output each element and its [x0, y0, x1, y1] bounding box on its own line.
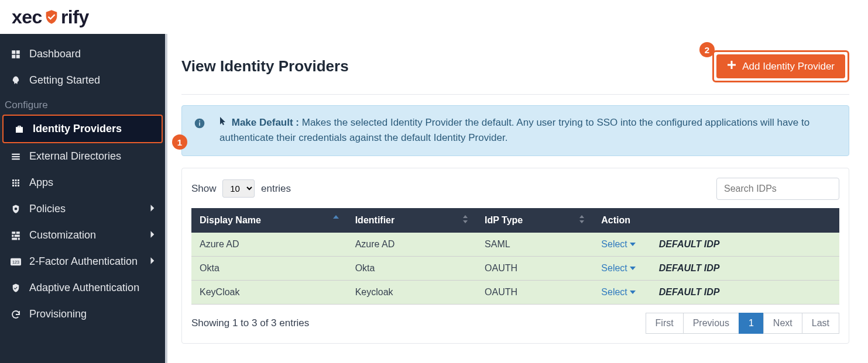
sidebar: Dashboard Getting Started Configure Iden… — [0, 34, 165, 363]
svg-rect-0 — [12, 50, 15, 54]
sidebar-item-customization[interactable]: Customization — [0, 222, 165, 248]
svg-rect-22 — [18, 237, 20, 240]
col-identifier[interactable]: Identifier — [347, 208, 476, 233]
grid-icon — [9, 178, 22, 188]
cell-identifier: Okta — [347, 256, 476, 280]
sidebar-item-provisioning[interactable]: Provisioning — [0, 301, 165, 327]
show-entries: Show 10 entries — [191, 179, 291, 198]
dashboard-icon — [9, 49, 22, 60]
svg-rect-18 — [16, 231, 20, 234]
sidebar-item-adaptive-auth[interactable]: Adaptive Authentication — [0, 275, 165, 301]
pager-prev[interactable]: Previous — [683, 313, 739, 334]
sidebar-item-label: Policies — [29, 203, 66, 215]
svg-rect-8 — [15, 179, 17, 181]
annotation-2: 2 — [699, 42, 715, 57]
col-display-name[interactable]: Display Name — [191, 208, 347, 233]
svg-rect-3 — [16, 54, 20, 58]
svg-rect-10 — [12, 182, 14, 184]
sliders-icon — [9, 230, 22, 241]
cell-idp-type: OAUTH — [476, 256, 593, 280]
svg-rect-26 — [728, 64, 736, 66]
sidebar-item-dashboard[interactable]: Dashboard — [0, 41, 165, 67]
table-row: KeyCloakKeycloakOAUTHSelect DEFAULT IDP — [191, 280, 839, 304]
show-label-pre: Show — [191, 183, 217, 194]
svg-rect-14 — [15, 185, 17, 186]
logo-text-part2: rify — [61, 6, 89, 28]
sidebar-item-label: Dashboard — [29, 48, 81, 60]
sidebar-item-label: Getting Started — [29, 74, 100, 87]
sidebar-item-external-directories[interactable]: External Directories — [0, 143, 165, 170]
cell-identifier: Azure AD — [347, 233, 476, 257]
annotation-1: 1 — [172, 134, 187, 150]
add-button-label: Add Identity Provider — [742, 61, 835, 72]
col-idp-type[interactable]: IdP Type — [476, 208, 593, 233]
list-icon — [9, 151, 22, 162]
sidebar-item-identity-providers[interactable]: Identity Providers — [2, 115, 163, 143]
sort-icon — [579, 215, 585, 226]
sidebar-item-label: Apps — [29, 177, 53, 189]
cell-action: Select DEFAULT IDP — [593, 280, 839, 304]
svg-rect-15 — [18, 185, 19, 186]
pager-first[interactable]: First — [646, 313, 684, 334]
svg-rect-17 — [12, 231, 15, 234]
cell-display-name: KeyCloak — [191, 280, 347, 304]
svg-rect-4 — [12, 153, 20, 154]
default-idp-badge: DEFAULT IDP — [659, 287, 720, 297]
svg-rect-5 — [12, 155, 20, 157]
num-icon: 123 — [9, 258, 22, 266]
chevron-right-icon — [150, 203, 156, 215]
svg-rect-29 — [199, 120, 200, 122]
select-dropdown[interactable]: Select — [601, 263, 635, 274]
shield-search-icon — [9, 204, 22, 215]
table-row: Azure ADAzure ADSAMLSelect DEFAULT IDP — [191, 233, 839, 257]
svg-rect-19 — [12, 234, 13, 237]
sidebar-item-label: Identity Providers — [33, 123, 122, 135]
sidebar-item-label: Customization — [29, 229, 96, 241]
select-dropdown[interactable]: Select — [601, 239, 635, 250]
svg-rect-1 — [16, 50, 20, 54]
page-size-select[interactable]: 10 — [222, 179, 255, 198]
info-banner: Make Default : Makes the selected Identi… — [181, 105, 849, 156]
info-title: Make Default : — [232, 117, 299, 128]
sidebar-item-label: Adaptive Authentication — [29, 282, 139, 294]
sidebar-item-apps[interactable]: Apps — [0, 170, 165, 196]
svg-rect-28 — [199, 122, 200, 126]
pager-next[interactable]: Next — [763, 313, 802, 334]
pager-last[interactable]: Last — [802, 313, 839, 334]
cell-display-name: Okta — [191, 256, 347, 280]
select-dropdown[interactable]: Select — [601, 287, 635, 298]
svg-rect-2 — [12, 54, 15, 58]
default-idp-badge: DEFAULT IDP — [659, 239, 720, 249]
brand-logo: xec rify — [12, 6, 89, 28]
table-row: OktaOktaOAUTHSelect DEFAULT IDP — [191, 256, 839, 280]
page-title: View Identity Providers — [181, 57, 349, 75]
svg-rect-21 — [12, 237, 17, 240]
col-action: Action — [593, 208, 839, 233]
sidebar-item-getting-started[interactable]: Getting Started — [0, 67, 165, 94]
add-identity-provider-button[interactable]: Add Identity Provider — [716, 54, 845, 78]
svg-rect-13 — [12, 185, 14, 186]
info-icon — [194, 117, 205, 134]
plus-icon — [727, 60, 736, 72]
shield-check-icon — [43, 9, 60, 25]
shield-check-icon — [9, 283, 22, 293]
pager-page-1[interactable]: 1 — [739, 313, 764, 334]
pagination: First Previous 1 Next Last — [646, 313, 839, 334]
sidebar-section-label: Configure — [0, 94, 165, 115]
sidebar-item-label: Provisioning — [29, 308, 87, 320]
cursor-icon — [219, 117, 228, 128]
svg-rect-6 — [12, 158, 20, 160]
cell-idp-type: OAUTH — [476, 280, 593, 304]
sidebar-item-label: External Directories — [29, 150, 121, 163]
show-label-post: entries — [261, 183, 291, 194]
sidebar-item-2fa[interactable]: 123 2-Factor Authentication — [0, 248, 165, 275]
chevron-right-icon — [150, 255, 156, 268]
svg-rect-7 — [12, 179, 14, 181]
idp-table-card: Show 10 entries Display Name — [181, 168, 849, 344]
svg-rect-9 — [18, 179, 19, 181]
svg-rect-12 — [18, 182, 19, 184]
search-input[interactable] — [716, 178, 839, 200]
sidebar-item-policies[interactable]: Policies — [0, 196, 165, 222]
idp-table: Display Name Identifier IdP Type Ac — [191, 208, 839, 305]
cell-identifier: Keycloak — [347, 280, 476, 304]
